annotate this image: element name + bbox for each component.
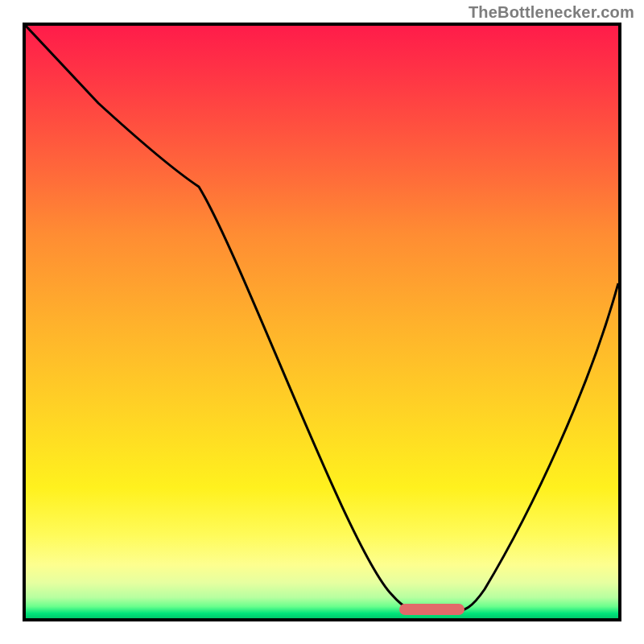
bottleneck-curve: [26, 26, 618, 618]
optimum-marker: [399, 604, 464, 615]
plot-area: [23, 23, 621, 621]
chart-container: TheBottlenecker.com: [0, 0, 644, 644]
curve-path: [26, 26, 618, 612]
attribution-text: TheBottlenecker.com: [469, 3, 634, 22]
